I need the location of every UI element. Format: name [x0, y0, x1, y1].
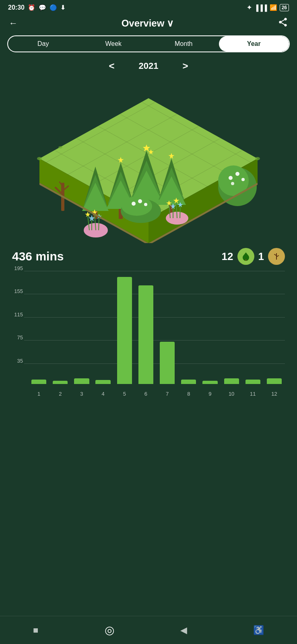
- back-nav-button[interactable]: ◀: [180, 625, 187, 636]
- bar[interactable]: [117, 277, 132, 384]
- messenger-icon: 💬: [39, 4, 46, 11]
- status-bar: 20:30 ⏰ 💬 🔵 ⬇ ✦ ▐▐▐ 📶 26: [0, 0, 297, 14]
- bar[interactable]: [31, 380, 46, 384]
- battery-icon: 26: [280, 4, 289, 11]
- x-label: 1: [28, 391, 50, 397]
- forest-area: [0, 74, 297, 243]
- next-year-button[interactable]: >: [182, 60, 188, 72]
- bar[interactable]: [95, 380, 110, 384]
- signal-icon: ▐▐▐: [254, 4, 267, 11]
- x-label: 11: [242, 391, 264, 397]
- bar[interactable]: [202, 381, 217, 384]
- svg-line-54: [99, 218, 99, 230]
- svg-point-13: [37, 157, 42, 160]
- svg-point-39: [235, 172, 239, 176]
- download-icon: ⬇: [60, 4, 66, 11]
- x-label: 7: [157, 391, 178, 397]
- stats-row: 436 mins 12 1: [0, 243, 297, 271]
- home-button[interactable]: ◎: [105, 623, 114, 637]
- bar-group: [157, 271, 178, 384]
- tab-week[interactable]: Week: [78, 36, 149, 52]
- bar[interactable]: [245, 380, 260, 384]
- x-label: 9: [199, 391, 221, 397]
- bar-group: [28, 271, 50, 384]
- tree-counts: 12 1: [222, 248, 285, 265]
- minutes-display: 436 mins: [12, 250, 64, 263]
- svg-point-41: [231, 182, 234, 185]
- header-title: Overview ∨: [122, 18, 174, 29]
- bar[interactable]: [267, 378, 282, 384]
- alarm-icon: ⏰: [28, 4, 35, 11]
- x-label: 2: [50, 391, 71, 397]
- forest-illustration: [0, 74, 297, 243]
- x-label: 4: [93, 391, 114, 397]
- status-right: ✦ ▐▐▐ 📶 26: [247, 4, 289, 11]
- header: ← Overview ∨: [0, 14, 297, 35]
- grid-label: 195: [9, 265, 23, 271]
- year-nav: < 2021 >: [0, 56, 297, 74]
- x-label: 8: [178, 391, 199, 397]
- svg-point-15: [255, 157, 260, 160]
- bar-group: [50, 271, 71, 384]
- accessibility-button[interactable]: ♿: [253, 625, 264, 636]
- grid-label: 115: [9, 311, 23, 317]
- x-label: 6: [135, 391, 157, 397]
- back-button[interactable]: ←: [9, 18, 18, 29]
- green-tree-count: 12: [222, 250, 233, 263]
- messenger2-icon: 🔵: [50, 4, 57, 11]
- bar[interactable]: [74, 378, 89, 384]
- stop-button[interactable]: ■: [33, 625, 38, 636]
- x-label: 3: [71, 391, 92, 397]
- bar-group: [264, 271, 285, 384]
- year-display: 2021: [139, 61, 159, 71]
- svg-point-40: [241, 178, 245, 181]
- tab-year[interactable]: Year: [219, 36, 289, 52]
- bar[interactable]: [181, 380, 196, 384]
- dead-tree-icon: [268, 248, 285, 265]
- svg-point-44: [132, 202, 136, 206]
- bar-group: [71, 271, 92, 384]
- svg-point-14: [58, 146, 62, 149]
- grid-label: 35: [9, 357, 23, 363]
- bar[interactable]: [224, 378, 239, 384]
- tab-day[interactable]: Day: [8, 36, 78, 52]
- bar[interactable]: [138, 285, 153, 384]
- bar-group: [178, 271, 199, 384]
- status-time: 20:30: [8, 4, 25, 11]
- wifi-icon: 📶: [270, 4, 277, 11]
- chart-container: 1951551157535 123456789101112: [8, 271, 289, 400]
- x-label: 10: [221, 391, 242, 397]
- grid-label: 155: [9, 288, 23, 294]
- prev-year-button[interactable]: <: [109, 60, 115, 72]
- x-labels: 123456789101112: [28, 391, 285, 397]
- bars-container: [28, 271, 285, 384]
- bar-group: [114, 271, 135, 384]
- x-label: 5: [114, 391, 135, 397]
- bar-group: [242, 271, 264, 384]
- bottom-nav: ■ ◎ ◀ ♿: [0, 616, 297, 644]
- brown-tree-count: 1: [258, 250, 264, 263]
- grid-label: 75: [9, 334, 23, 341]
- bar[interactable]: [160, 342, 175, 384]
- bar-group: [221, 271, 242, 384]
- svg-point-43: [122, 196, 152, 216]
- x-label: 12: [264, 391, 285, 397]
- svg-point-46: [144, 203, 147, 206]
- bar[interactable]: [53, 381, 68, 384]
- bar-group: [199, 271, 221, 384]
- bluetooth-icon: ✦: [247, 4, 252, 11]
- svg-line-63: [180, 206, 180, 218]
- svg-point-38: [229, 176, 233, 180]
- tab-bar: Day Week Month Year: [7, 35, 290, 52]
- chevron-down-icon[interactable]: ∨: [167, 18, 174, 29]
- tab-month[interactable]: Month: [148, 36, 219, 52]
- bar-group: [135, 271, 157, 384]
- share-button[interactable]: [278, 17, 288, 30]
- green-tree-icon: [237, 248, 254, 265]
- bar-group: [93, 271, 114, 384]
- svg-rect-71: [245, 259, 246, 261]
- svg-point-45: [138, 199, 142, 203]
- chart-area: 1951551157535 123456789101112: [0, 271, 297, 404]
- status-left: 20:30 ⏰ 💬 🔵 ⬇: [8, 4, 66, 11]
